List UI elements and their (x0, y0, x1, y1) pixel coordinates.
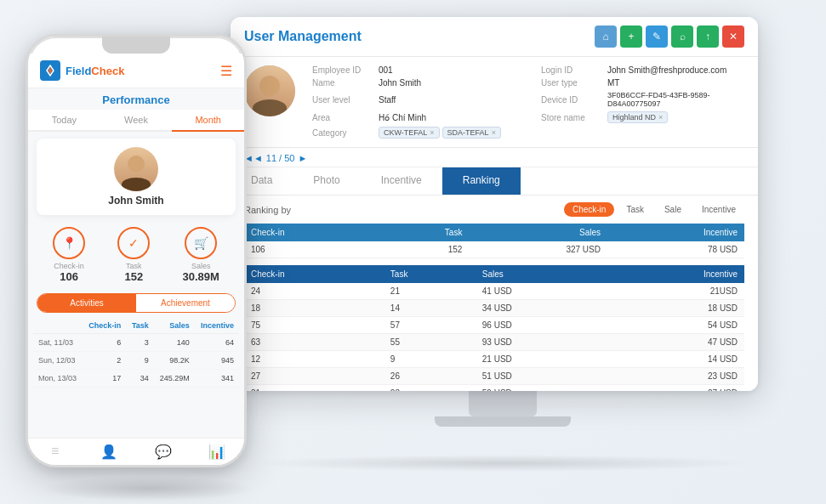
tab-week[interactable]: Week (100, 110, 173, 130)
task-rank-button[interactable]: Task (618, 202, 652, 217)
edit-button[interactable]: ✎ (646, 25, 668, 48)
device-id-label: Device ID (541, 95, 601, 105)
nav-chat[interactable]: 💬 (136, 444, 191, 460)
list-item: Sat, 11/036314064 (33, 334, 239, 352)
tab-photo[interactable]: Photo (293, 167, 360, 195)
tab-today[interactable]: Today (28, 110, 100, 130)
device-id-value: 3F0B6CCF-FD45-43FB-9589-D84A00775097 (607, 91, 744, 108)
employee-id-label: Employee ID (312, 65, 372, 75)
monitor-screen: User Management ⌂ + ✎ ⌕ ↑ ✕ Employee ID … (231, 17, 758, 391)
task-value: 152 (117, 270, 150, 283)
list-item: Mon, 13/031734245.29M341 (33, 370, 239, 388)
col-checkin: Check-in (83, 318, 126, 334)
employee-id-row: Employee ID 001 (312, 65, 516, 75)
phone-content: FieldCheck ☰ Performance Today Week Mont… (28, 54, 244, 465)
checkin-value: 106 (53, 270, 85, 283)
table-row: 272651 USD23 USD (244, 368, 744, 385)
phone-avatar (114, 147, 158, 191)
tab-month[interactable]: Month (172, 110, 244, 132)
col-incentive: Incentive (195, 318, 239, 334)
bottom-nav: ≡ 👤 💬 📊 (28, 438, 244, 465)
add-button[interactable]: + (620, 25, 642, 48)
tag-sda: SDA-TEFAL × (442, 127, 501, 139)
phone-header: FieldCheck ☰ (28, 54, 244, 88)
phone-notch (102, 37, 170, 54)
incentive-rank-button[interactable]: Incentive (693, 202, 744, 217)
home-button[interactable]: ⌂ (595, 25, 617, 48)
name-value: John Smith (379, 78, 421, 88)
sales-value: 30.89M (183, 270, 219, 283)
name-row: Name John Smith (312, 78, 516, 88)
checkin-icon: 📍 (53, 227, 85, 259)
search-button[interactable]: ⌕ (671, 25, 693, 48)
sales-icon: 🛒 (185, 227, 217, 259)
summary-header-sales: Sales (469, 224, 607, 241)
col-sales: Sales (154, 318, 195, 334)
category-tags: CKW-TEFAL × SDA-TEFAL × (379, 127, 501, 139)
hamburger-menu[interactable]: ☰ (220, 63, 232, 79)
table-row: 181434 USD18 USD (244, 300, 744, 317)
table-row: 12921 USD14 USD (244, 351, 744, 368)
user-card: John Smith (37, 139, 236, 215)
task-stat: ✓ Task 152 (117, 227, 150, 283)
table-row: 635593 USD47 USD (244, 334, 744, 351)
toggle-row: Activities Achievement (37, 293, 236, 313)
detail-header-incentive: Incentive (603, 265, 744, 283)
phone-shadow (43, 476, 255, 501)
nav-chart[interactable]: 📊 (191, 444, 245, 460)
user-details: Employee ID 001 Login ID John Smith@fres… (312, 65, 744, 139)
logo-icon (40, 60, 60, 81)
name-label: Name (312, 78, 372, 88)
user-type-value: MT (607, 78, 619, 88)
area-label: Area (312, 113, 372, 122)
summary-incentive: 78 USD (607, 241, 744, 258)
stats-row: 📍 Check-in 106 ✓ Task 152 🛒 Sales 30.89M (28, 222, 244, 288)
checkin-label: Check-in (53, 262, 85, 270)
phone-user-name: John Smith (45, 195, 227, 207)
desktop-shadow (248, 455, 758, 472)
user-type-label: User type (541, 78, 601, 88)
next-page-icon[interactable]: ► (298, 153, 307, 163)
tab-ranking[interactable]: Ranking (442, 167, 521, 195)
ranking-header: Ranking by Check-in Task Sale Incentive (244, 202, 744, 217)
login-id-row: Login ID John Smith@freshproduce.com (541, 65, 744, 75)
achievement-toggle[interactable]: Achievement (136, 294, 235, 312)
nav-user[interactable]: 👤 (83, 444, 137, 460)
summary-row: 106 152 327 USD 78 USD (244, 241, 744, 258)
login-id-value: John Smith@freshproduce.com (607, 65, 726, 75)
area-value: Hồ Chí Minh (379, 113, 426, 122)
user-level-value: Staff (379, 95, 396, 105)
delete-button[interactable]: ✕ (722, 25, 744, 48)
fieldcheck-logo-svg (43, 64, 57, 77)
list-item: Sun, 12/032998.2K945 (33, 352, 239, 370)
performance-title: Performance (28, 88, 244, 110)
device-id-row: Device ID 3F0B6CCF-FD45-43FB-9589-D84A00… (541, 91, 744, 108)
col-date (33, 318, 83, 334)
desktop-header: User Management ⌂ + ✎ ⌕ ↑ ✕ (231, 17, 758, 57)
desktop-device: User Management ⌂ + ✎ ⌕ ↑ ✕ Employee ID … (231, 17, 775, 459)
sale-rank-button[interactable]: Sale (656, 202, 690, 217)
task-label: Task (117, 262, 150, 270)
export-button[interactable]: ↑ (697, 25, 719, 48)
area-row: Area Hồ Chí Minh (312, 111, 516, 123)
monitor-base (435, 416, 571, 427)
store-name-tag: Highland ND× (607, 111, 668, 123)
activities-table: Check-in Task Sales Incentive Sat, 11/03… (33, 318, 239, 388)
tag-ckw: CKW-TEFAL × (379, 127, 440, 139)
sales-stat: 🛒 Sales 30.89M (183, 227, 219, 283)
nav-list[interactable]: ≡ (28, 444, 83, 460)
checkin-rank-button[interactable]: Check-in (564, 202, 614, 217)
header-actions: ⌂ + ✎ ⌕ ↑ ✕ (595, 25, 744, 48)
tab-incentive[interactable]: Incentive (361, 167, 442, 195)
col-task: Task (126, 318, 154, 334)
table-row: 312359 USD27 USD (244, 385, 744, 392)
summary-sales: 327 USD (469, 241, 607, 258)
phone-tabs: Today Week Month (28, 110, 244, 132)
activities-toggle[interactable]: Activities (37, 294, 136, 312)
user-type-row: User type MT (541, 78, 744, 88)
store-name-label: Store name (541, 113, 601, 122)
category-row: Category CKW-TEFAL × SDA-TEFAL × (312, 127, 516, 139)
store-name-row: Store name Highland ND× (541, 111, 744, 123)
logo-area: FieldCheck (40, 60, 124, 81)
user-level-label: User level (312, 95, 372, 105)
